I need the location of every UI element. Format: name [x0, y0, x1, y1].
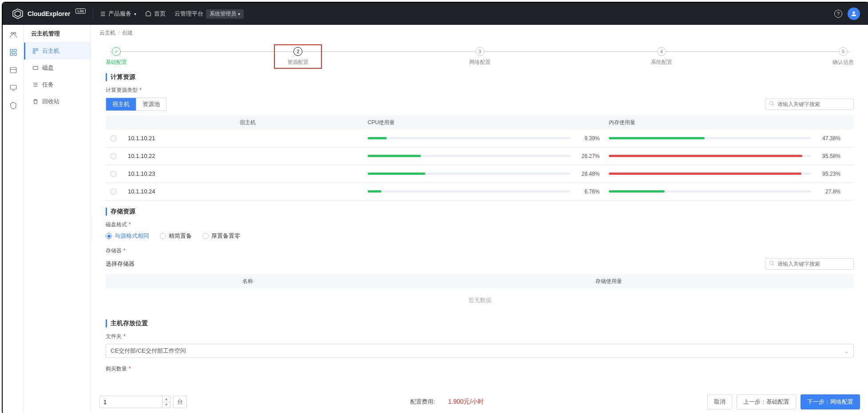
- breadcrumb-root[interactable]: 云主机: [99, 29, 115, 37]
- host-ip: 10.1.10.23: [128, 170, 368, 177]
- sidebar-collapse-handle[interactable]: ‹: [91, 216, 92, 242]
- col-name: 名称: [128, 278, 368, 285]
- row-radio[interactable]: [110, 171, 116, 177]
- nav-home-label: 首页: [154, 10, 166, 18]
- sidebar: 云主机管理 云主机 磁盘 任务 回收站: [24, 25, 91, 413]
- qty-up[interactable]: ▲: [163, 396, 170, 402]
- host-ip: 10.1.10.21: [128, 135, 368, 142]
- disk-fmt-group: 与源格式相同 精简置备 厚置备置零: [106, 232, 854, 240]
- host-search-input[interactable]: [777, 101, 850, 107]
- nav-platform[interactable]: 云管理平台 系统管理员 ▾: [174, 9, 244, 19]
- role-label: 系统管理员: [210, 10, 236, 18]
- col-mem: 内存使用量: [609, 119, 850, 126]
- radio-fmt-thin[interactable]: 精简置备: [160, 232, 192, 240]
- storage-table-head: 名称 存储使用量: [106, 274, 854, 288]
- svg-point-4: [13, 32, 16, 35]
- nav-rail: [3, 25, 24, 413]
- sidebar-item-vm[interactable]: 云主机: [24, 43, 90, 59]
- search-icon: [769, 101, 775, 108]
- table-row[interactable]: 10.1.10.2226.27%95.58%: [106, 147, 854, 165]
- radio-fmt-thick[interactable]: 厚置备置零: [202, 232, 240, 240]
- col-cpu: CPU使用量: [368, 119, 609, 126]
- prev-button[interactable]: 上一步：基础配置: [737, 394, 796, 409]
- compute-type-tabs: 宿主机 资源池: [106, 98, 166, 111]
- col-storage-usage: 存储使用量: [368, 278, 849, 285]
- sidebar-item-trash[interactable]: 回收站: [24, 93, 90, 110]
- form-panel: ✓ 基础配置 2 资源配置 3 网络配置 4 系统配置: [99, 41, 860, 413]
- table-row[interactable]: 10.1.10.246.76%27.8%: [106, 183, 854, 201]
- list-icon: ☰: [100, 11, 106, 17]
- help-icon[interactable]: ?: [834, 10, 842, 18]
- svg-point-22: [770, 261, 773, 265]
- app-window: CloudExplorer Lite ☰ 产品服务 ▾ 首页 云管理平台 系统管…: [2, 2, 868, 413]
- nav-home[interactable]: 首页: [145, 10, 166, 18]
- label-store-sel: 选择存储器: [106, 260, 135, 268]
- step-3[interactable]: 3 网络配置: [469, 47, 491, 66]
- sidebar-item-label: 回收站: [42, 98, 59, 106]
- folder-select[interactable]: CE交付部/CE交付部工作空间 ⌄: [106, 344, 854, 358]
- logo-icon: [12, 8, 24, 20]
- label-store: 存储器: [106, 247, 854, 255]
- section-compute: 计算资源: [106, 73, 854, 81]
- row-radio[interactable]: [110, 135, 116, 142]
- topbar-right: ?: [834, 8, 860, 20]
- rail-users-icon[interactable]: [9, 30, 18, 39]
- table-row[interactable]: 10.1.10.2328.48%95.23%: [106, 165, 854, 183]
- sidebar-item-disk[interactable]: 磁盘: [24, 59, 90, 76]
- main-content: ‹ 云主机 / 创建 ✓ 基础配置 2 资源配置: [91, 25, 868, 413]
- cancel-button[interactable]: 取消: [707, 394, 732, 409]
- chevron-down-icon: ▾: [134, 12, 136, 16]
- storage-empty: 暂无数据: [106, 288, 854, 312]
- mem-value: 27.8%: [816, 189, 840, 195]
- breadcrumb: 云主机 / 创建: [91, 25, 868, 41]
- breadcrumb-current: 创建: [122, 29, 133, 37]
- seg-host[interactable]: 宿主机: [106, 98, 136, 110]
- cpu-value: 6.76%: [575, 189, 600, 195]
- rail-monitor-icon[interactable]: [9, 83, 18, 92]
- seg-pool[interactable]: 资源池: [136, 98, 166, 110]
- folder-value: CE交付部/CE交付部工作空间: [111, 347, 186, 355]
- stepper: ✓ 基础配置 2 资源配置 3 网络配置 4 系统配置: [106, 47, 854, 66]
- disk-icon: [32, 65, 39, 71]
- brand-logo[interactable]: CloudExplorer Lite: [12, 8, 86, 20]
- quantity-stepper: ▲ ▼ 台: [99, 396, 187, 408]
- radio-fmt-same[interactable]: 与源格式相同: [106, 232, 149, 240]
- qty-down[interactable]: ▼: [163, 402, 170, 408]
- host-search[interactable]: [765, 98, 854, 110]
- host-ip: 10.1.10.22: [128, 153, 368, 159]
- step-2[interactable]: 2 资源配置: [287, 47, 309, 66]
- cpu-value: 26.27%: [575, 153, 600, 159]
- rail-cloud-icon[interactable]: [9, 48, 18, 57]
- host-table: 宿主机 CPU使用量 内存使用量 10.1.10.219.39%47.38%10…: [106, 115, 854, 201]
- label-folder: 文件夹: [106, 333, 854, 340]
- lite-badge: Lite: [75, 8, 86, 14]
- svg-point-3: [11, 32, 13, 35]
- svg-rect-11: [10, 85, 16, 89]
- next-button[interactable]: 下一步：网络配置: [801, 394, 860, 409]
- nav-products[interactable]: ☰ 产品服务 ▾: [100, 10, 136, 18]
- table-row[interactable]: 10.1.10.219.39%47.38%: [106, 130, 854, 147]
- svg-rect-8: [14, 53, 16, 55]
- nav-platform-label: 云管理平台: [174, 10, 203, 18]
- row-radio[interactable]: [110, 189, 116, 195]
- cpu-value: 9.39%: [575, 135, 600, 142]
- step-5[interactable]: 5 确认信息: [832, 47, 854, 66]
- svg-point-2: [852, 12, 855, 14]
- qty-input[interactable]: [100, 396, 162, 408]
- rail-storage-icon[interactable]: [9, 66, 18, 75]
- server-icon: [32, 48, 39, 54]
- step-1[interactable]: ✓ 基础配置: [106, 47, 127, 66]
- nav-products-label: 产品服务: [108, 10, 131, 18]
- avatar[interactable]: [848, 8, 860, 20]
- sidebar-item-task[interactable]: 任务: [24, 76, 90, 93]
- trash-icon: [32, 98, 39, 105]
- role-selector[interactable]: 系统管理员 ▾: [206, 9, 244, 19]
- rail-shield-icon[interactable]: [9, 101, 18, 110]
- storage-search[interactable]: [765, 258, 854, 270]
- step-4[interactable]: 4 系统配置: [651, 47, 672, 66]
- storage-search-input[interactable]: [777, 261, 850, 267]
- section-placement: 主机存放位置: [106, 319, 854, 327]
- cost-label: 配置费用:: [410, 398, 435, 406]
- cost-value: 1.900元/小时: [448, 398, 484, 406]
- row-radio[interactable]: [110, 153, 116, 159]
